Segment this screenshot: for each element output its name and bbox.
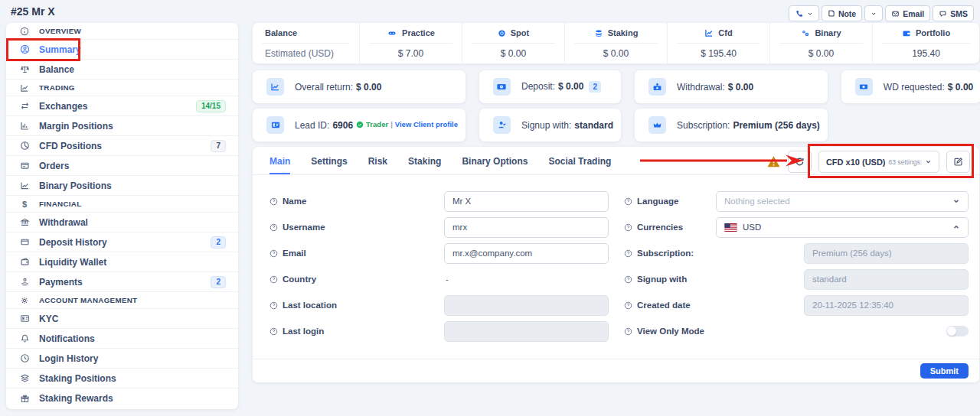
user-icon bbox=[19, 44, 30, 54]
payments-count-badge: 2 bbox=[211, 276, 226, 288]
sidebar-section-financial: $ FINANCIAL bbox=[6, 196, 238, 213]
coin-icon bbox=[498, 29, 506, 37]
question-circle-icon bbox=[270, 223, 278, 232]
wd-requested-value: $ 0.00 bbox=[948, 82, 973, 93]
sidebar-item-label: Staking Rewards bbox=[39, 393, 113, 404]
exchange-icon bbox=[19, 101, 30, 111]
sidebar-section-trading: TRADING bbox=[6, 80, 238, 96]
sidebar-item-label: Staking Positions bbox=[39, 373, 116, 384]
language-select[interactable]: Nothing selected bbox=[716, 191, 969, 212]
binary-chart-icon bbox=[19, 180, 30, 190]
form-footer: Submit bbox=[253, 359, 979, 382]
sidebar-item-summary[interactable]: Summary bbox=[6, 40, 238, 60]
sidebar-item-label: Notifications bbox=[39, 333, 95, 344]
sidebar-item-staking-rewards[interactable]: Staking Rewards bbox=[6, 388, 238, 408]
deposit-card: Deposit:$ 0.002 bbox=[479, 70, 621, 103]
last-location-label: Last location bbox=[283, 301, 337, 310]
toggle-pill-icon bbox=[387, 29, 397, 37]
view-only-mode-toggle[interactable] bbox=[946, 326, 969, 336]
deposit-count-badge[interactable]: 2 bbox=[589, 81, 601, 93]
sidebar-item-notifications[interactable]: Notifications bbox=[6, 329, 238, 349]
staking-column-label: Staking bbox=[608, 28, 639, 37]
email-input[interactable] bbox=[444, 243, 609, 264]
banknote-icon bbox=[855, 78, 873, 96]
contact-toolbar: Note Email SMS bbox=[789, 5, 974, 21]
sidebar-item-withdrawal[interactable]: Withdrawal bbox=[6, 213, 238, 232]
sidebar-section-label: ACCOUNT MANAGEMENT bbox=[39, 296, 137, 304]
call-button[interactable] bbox=[789, 5, 819, 21]
return-chart-icon bbox=[266, 78, 284, 96]
sidebar-item-exchanges[interactable]: Exchanges 14/15 bbox=[6, 96, 238, 116]
signup-with-input bbox=[804, 269, 969, 290]
binary-column: Binary $ 0.00 bbox=[770, 23, 873, 63]
exchanges-count-badge: 14/15 bbox=[196, 100, 226, 112]
note-icon bbox=[828, 9, 835, 18]
trading-preset-meta: 63 settings: bbox=[889, 158, 922, 166]
email-label: Email bbox=[283, 249, 306, 258]
signup-with-label: Signup with: bbox=[521, 120, 571, 131]
signup-with-row: Signup with bbox=[624, 266, 969, 292]
last-login-input bbox=[444, 321, 609, 342]
view-only-mode-row: View Only Mode bbox=[624, 318, 969, 344]
sidebar-item-orders[interactable]: Orders bbox=[6, 156, 238, 176]
edit-preset-button[interactable] bbox=[946, 151, 970, 173]
language-row: Language Nothing selected bbox=[624, 188, 969, 214]
tab-settings[interactable]: Settings bbox=[311, 156, 347, 174]
sidebar-item-balance[interactable]: Balance bbox=[6, 60, 238, 80]
sidebar-item-label: Orders bbox=[39, 161, 69, 171]
trading-preset-dropdown[interactable]: CFD x10 (USD) 63 settings: bbox=[818, 151, 939, 173]
currencies-select[interactable]: USD bbox=[716, 217, 969, 238]
sidebar-item-label: Balance bbox=[39, 64, 74, 75]
cfd-column-value: $ 195.40 bbox=[677, 44, 760, 63]
form-body: Name Username Email Country - Last locat… bbox=[253, 175, 979, 344]
last-login-label: Last login bbox=[283, 327, 324, 336]
payments-icon bbox=[19, 277, 30, 287]
created-date-label: Created date bbox=[637, 301, 691, 310]
subscription-label: Subscription: bbox=[677, 120, 730, 131]
sidebar-item-payments[interactable]: Payments 2 bbox=[6, 272, 238, 292]
tab-main[interactable]: Main bbox=[270, 156, 290, 174]
chevron-up-icon bbox=[952, 223, 960, 231]
tab-binary-options[interactable]: Binary Options bbox=[462, 156, 528, 174]
question-circle-icon bbox=[624, 223, 632, 232]
name-row: Name bbox=[270, 188, 609, 214]
sidebar-item-binary-positions[interactable]: Binary Positions bbox=[6, 176, 238, 196]
sms-button[interactable]: SMS bbox=[933, 5, 974, 21]
email-row: Email bbox=[270, 240, 609, 266]
trader-link[interactable]: Trader bbox=[366, 120, 388, 128]
question-circle-icon bbox=[624, 327, 632, 336]
trading-preset-tools: CFD x10 (USD) 63 settings: bbox=[766, 151, 970, 173]
form-left-column: Name Username Email Country - Last locat… bbox=[270, 188, 609, 344]
balance-column-label: Balance bbox=[265, 28, 297, 37]
sidebar-item-cfd-positions[interactable]: CFD Positions 7 bbox=[6, 136, 238, 156]
client-form-card: Main Settings Risk Staking Binary Option… bbox=[253, 147, 979, 382]
tab-social-trading[interactable]: Social Trading bbox=[548, 156, 611, 174]
signup-with-field-label: Signup with bbox=[637, 275, 687, 284]
language-placeholder: Nothing selected bbox=[724, 197, 790, 206]
name-input[interactable] bbox=[444, 191, 609, 212]
tab-risk[interactable]: Risk bbox=[368, 156, 387, 174]
sidebar-item-login-history[interactable]: Login History bbox=[6, 349, 238, 369]
last-location-input bbox=[444, 295, 609, 316]
refresh-button[interactable] bbox=[788, 151, 812, 173]
sidebar-item-staking-positions[interactable]: Staking Positions bbox=[6, 369, 238, 388]
note-dropdown-button[interactable] bbox=[864, 5, 883, 21]
username-input[interactable] bbox=[444, 217, 609, 238]
sidebar-item-liquidity-wallet[interactable]: Liquidity Wallet bbox=[6, 252, 238, 272]
email-button[interactable]: Email bbox=[885, 5, 930, 21]
sidebar-item-margin-positions[interactable]: Margin Positions bbox=[6, 116, 238, 136]
spot-column-label: Spot bbox=[511, 28, 529, 37]
orders-icon bbox=[19, 161, 30, 171]
sidebar: OVERVIEW Summary Balance TRADING Exchang… bbox=[6, 23, 238, 409]
gears-icon bbox=[801, 29, 810, 37]
submit-button[interactable]: Submit bbox=[920, 363, 969, 379]
view-client-profile-link[interactable]: View Client profile bbox=[395, 120, 458, 128]
tab-staking[interactable]: Staking bbox=[408, 156, 441, 174]
gift-icon bbox=[19, 394, 30, 404]
sidebar-item-kyc[interactable]: KYC bbox=[6, 309, 238, 329]
chart-icon bbox=[19, 83, 30, 93]
subscription-card: Subscription:Premium (256 days) bbox=[635, 109, 828, 141]
note-button[interactable]: Note bbox=[822, 5, 862, 21]
sidebar-item-deposit-history[interactable]: Deposit History 2 bbox=[6, 232, 238, 252]
sidebar-section-label: OVERVIEW bbox=[39, 27, 81, 35]
